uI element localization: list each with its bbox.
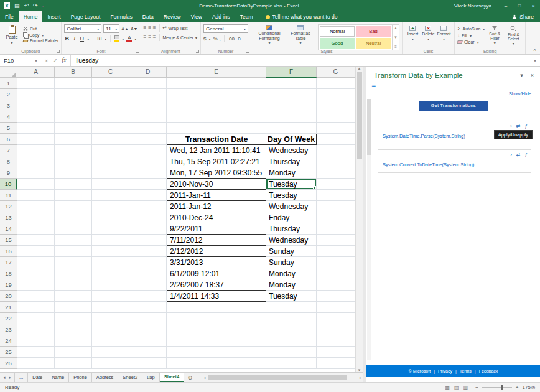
sheet-next-icon[interactable]: ▸	[9, 375, 12, 380]
cell-A25[interactable]	[17, 347, 55, 358]
format-as-table-button[interactable]: Format as Table ▾	[285, 24, 316, 45]
cell-C7[interactable]	[92, 145, 129, 156]
row-header-21[interactable]: 21	[0, 302, 17, 313]
cell-B21[interactable]	[55, 302, 92, 313]
sheet-tab-sheet2[interactable]: Sheet2	[118, 373, 142, 382]
cell-A18[interactable]	[17, 268, 55, 279]
number-format-select[interactable]: General▾	[203, 24, 248, 33]
cell-D22[interactable]	[129, 313, 167, 324]
italic-button[interactable]: I	[72, 35, 77, 42]
redo-icon[interactable]: ↷	[33, 3, 38, 9]
cell-E12[interactable]: 2011-Jan-12	[167, 201, 266, 212]
cell-F12[interactable]: Wednesday	[266, 201, 317, 212]
cell-A22[interactable]	[17, 313, 55, 324]
cell-A11[interactable]	[17, 190, 55, 201]
copy-dropdown-icon[interactable]: ▾	[42, 33, 44, 37]
apply-unapply-icon[interactable]: ⇄	[516, 152, 521, 157]
cell-E20[interactable]: 1/4/2011 14:33	[167, 291, 266, 302]
taskpane-scroll-thumb[interactable]	[367, 99, 371, 155]
cell-A7[interactable]	[17, 145, 55, 156]
row-header-22[interactable]: 22	[0, 313, 17, 324]
cell-E3[interactable]	[167, 100, 266, 111]
cell-D6[interactable]	[129, 134, 167, 145]
cell-D16[interactable]	[129, 246, 167, 257]
cell-G24[interactable]	[317, 335, 355, 347]
zoom-level[interactable]: 175%	[523, 385, 535, 390]
row-header-8[interactable]: 8	[0, 156, 17, 167]
row-header-7[interactable]: 7	[0, 145, 17, 156]
shrink-font-button[interactable]: A▼	[131, 27, 138, 31]
align-right-icon[interactable]: ≡	[153, 35, 156, 40]
cell-B16[interactable]	[55, 246, 92, 257]
confirm-entry-icon[interactable]: ✓	[53, 57, 58, 64]
scroll-right-icon[interactable]: ▸	[360, 375, 361, 380]
cell-A17[interactable]	[17, 257, 55, 268]
cell-B7[interactable]	[55, 145, 92, 156]
cell-G1[interactable]	[317, 78, 355, 89]
underline-button[interactable]: U	[79, 35, 85, 42]
cell-C20[interactable]	[92, 291, 129, 302]
cell-A4[interactable]	[17, 111, 55, 123]
cell-A16[interactable]	[17, 246, 55, 257]
cell-G20[interactable]	[317, 291, 355, 302]
cell-style-good[interactable]: Good	[320, 38, 355, 49]
collapse-ribbon-icon[interactable]: ˄	[533, 47, 536, 53]
cell-B22[interactable]	[55, 313, 92, 324]
cell-E22[interactable]	[167, 313, 266, 324]
cell-G18[interactable]	[317, 268, 355, 279]
tab-formulas[interactable]: Formulas	[105, 11, 137, 22]
increase-decimal-button[interactable]: .00	[228, 36, 235, 42]
cell-A20[interactable]	[17, 291, 55, 302]
cell-G9[interactable]	[317, 167, 355, 179]
format-painter-button[interactable]: Format Painter	[23, 39, 58, 43]
vertical-scroll-thumb[interactable]	[357, 72, 362, 159]
cell-F25[interactable]	[266, 347, 317, 358]
cell-G5[interactable]	[317, 123, 355, 134]
cell-A10[interactable]	[17, 179, 55, 190]
cell-E26[interactable]	[167, 358, 266, 369]
cell-B5[interactable]	[55, 123, 92, 134]
row-header-19[interactable]: 19	[0, 279, 17, 291]
tab-data[interactable]: Data	[137, 11, 159, 22]
column-header-E[interactable]: E	[167, 67, 266, 78]
cell-F24[interactable]	[266, 335, 317, 347]
cell-C23[interactable]	[92, 324, 129, 335]
clear-button[interactable]: Clear ▾	[457, 40, 485, 44]
cell-D1[interactable]	[129, 78, 167, 89]
cell-B17[interactable]	[55, 257, 92, 268]
sheet-tab-uap[interactable]: uap	[142, 373, 160, 382]
cell-G13[interactable]	[317, 212, 355, 223]
excel-logo-icon[interactable]: X	[4, 2, 10, 9]
cut-button[interactable]: Cut	[23, 26, 58, 31]
row-header-6[interactable]: 6	[0, 134, 17, 145]
cell-B20[interactable]	[55, 291, 92, 302]
sheet-prev-icon[interactable]: ◂	[3, 375, 6, 380]
cell-style-bad[interactable]: Bad	[356, 26, 391, 37]
cell-G11[interactable]	[317, 190, 355, 201]
cell-A6[interactable]	[17, 134, 55, 145]
column-header-C[interactable]: C	[92, 67, 129, 78]
cell-E19[interactable]: 2/26/2007 18:37	[167, 279, 266, 291]
minimize-button[interactable]: –	[499, 0, 513, 11]
fill-color-dropdown-icon[interactable]: ▾	[122, 37, 124, 41]
vertical-scrollbar[interactable]: ▲ ▼	[355, 67, 363, 372]
cell-D5[interactable]	[129, 123, 167, 134]
row-header-13[interactable]: 13	[0, 212, 17, 223]
cell-F19[interactable]: Monday	[266, 279, 317, 291]
cell-B26[interactable]	[55, 358, 92, 369]
cell-F21[interactable]	[266, 302, 317, 313]
tab-file[interactable]: File	[0, 11, 19, 22]
cell-F11[interactable]: Tuesday	[266, 190, 317, 201]
cell-E7[interactable]: Wed, 12 Jan 2011 11:10:41	[167, 145, 266, 156]
column-header-G[interactable]: G	[317, 67, 355, 78]
font-name-select[interactable]: Calibri▾	[64, 24, 101, 33]
cancel-entry-icon[interactable]: ×	[45, 57, 49, 64]
cell-C2[interactable]	[92, 89, 129, 100]
cell-F15[interactable]: Wednesday	[266, 235, 317, 246]
cell-C21[interactable]	[92, 302, 129, 313]
save-icon[interactable]: ▤	[14, 3, 20, 9]
footer-link-privacy[interactable]: Privacy	[438, 369, 452, 373]
row-header-4[interactable]: 4	[0, 111, 17, 123]
row-header-12[interactable]: 12	[0, 201, 17, 212]
horizontal-scrollbar[interactable]: ◂ ▸	[202, 373, 363, 382]
